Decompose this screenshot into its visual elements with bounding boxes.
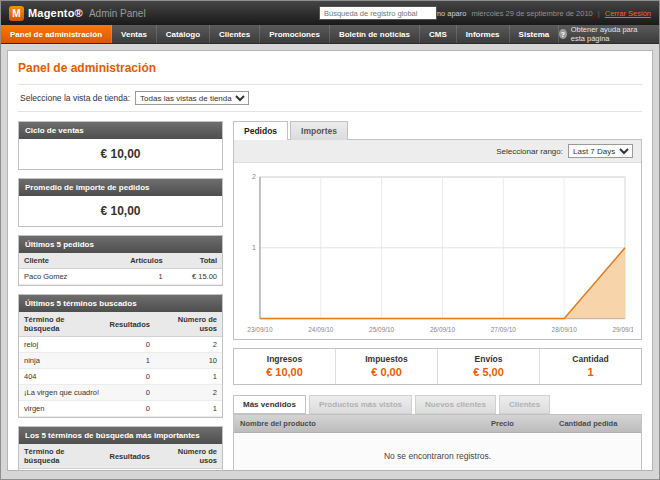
total-ingresos: Ingresos€ 10,00 [234,349,335,384]
column-header: Número de usos [155,312,222,337]
global-search-input[interactable] [319,6,437,20]
diagram-panel: Seleccionar rango: Last 7 Days 23/09/102… [233,139,642,340]
grid-tab-m-s-vendidos[interactable]: Más vendidos [233,395,306,414]
totals-bar: Ingresos€ 10,00Impuestos€ 0,00Envíos€ 5,… [233,348,642,385]
widget-title: Ciclo de ventas [19,122,222,139]
svg-text:29/09/10: 29/09/10 [612,326,633,333]
bestsellers-grid: Nombre del productoPrecioCantidad pedida… [233,414,642,471]
grid-tabs: Más vendidosProductos más vistosNuevos c… [233,395,642,414]
grid-tab-nuevos-clientes[interactable]: Nuevos clientes [415,395,496,414]
svg-text:24/09/10: 24/09/10 [308,326,334,333]
svg-text:26/09/10: 26/09/10 [430,326,456,333]
grid-header-row: Nombre del productoPrecioCantidad pedida [234,415,641,433]
dashboard-chart: 23/09/1024/09/1025/09/1026/09/1027/09/10… [234,163,641,339]
nav-item-sistema[interactable]: Sistema [510,25,560,43]
total-label: Cantidad [540,354,641,364]
grid-tab-clientes[interactable]: Clientes [499,395,550,414]
column-header: Resultados [105,312,155,337]
content-panel: Panel de administración Seleccione la vi… [7,50,653,471]
svg-text:23/09/10: 23/09/10 [247,326,273,333]
nav-item-cat-logo[interactable]: Catálogo [157,25,210,43]
widget-title: Promedio de importe de pedidos [19,179,222,196]
total-label: Ingresos [234,354,335,364]
table-row[interactable]: Paco Gomez1€ 15.00 [19,269,222,285]
help-icon: ? [559,29,566,39]
last-orders-widget: Últimos 5 pedidos ClienteArtículosTotalP… [18,235,223,286]
admin-page: M Magento® Admin Panel Accedió como apar… [0,0,660,480]
logo-text: Magento® [28,7,83,19]
grid-column-header[interactable]: Nombre del producto [234,415,485,432]
column-header: Cliente [19,253,102,269]
range-select[interactable]: Last 7 Days [568,144,633,158]
column-header: Término de búsqueda [19,312,105,337]
logout-link[interactable]: Cerrar Sesión [605,9,651,18]
nav-item-cms[interactable]: CMS [420,25,457,43]
total-value: 1 [540,366,641,378]
header-date: miércoles 29 de septiembre de 2010 [471,9,592,18]
total-impuestos: Impuestos€ 0,00 [335,349,437,384]
top-search-terms-table: Término de búsquedaResultadosNúmero de u… [19,444,222,471]
range-label: Seleccionar rango: [496,147,563,156]
store-view-select[interactable]: Todas las vistas de tienda [135,91,249,105]
nav-item-ventas[interactable]: Ventas [112,25,157,43]
widget-title: Los 5 términos de búsqueda más important… [19,427,222,444]
sidebar: Ciclo de ventas € 10,00 Promedio de impo… [18,121,223,471]
help-label: Obtener ayuda para esta página [571,25,651,43]
last-search-terms-widget: Últimos 5 términos buscados Término de b… [18,294,223,418]
logo-subtitle: Admin Panel [89,8,146,19]
total-value: € 0,00 [336,366,437,378]
store-view-row: Seleccione la vista de tienda: Todas las… [18,84,642,112]
range-bar: Seleccionar rango: Last 7 Days [234,140,641,163]
svg-text:27/09/10: 27/09/10 [491,326,517,333]
grid-tab-productos-m-s-vistos[interactable]: Productos más vistos [309,395,412,414]
table-row[interactable]: ninja110 [19,353,222,369]
nav-item-panel-de-administraci-n[interactable]: Panel de administración [1,25,112,43]
header: M Magento® Admin Panel Accedió como apar… [1,1,659,25]
nav-item-promociones[interactable]: Promociones [260,25,330,43]
magento-logo-icon: M [9,6,24,21]
last-search-terms-table: Término de búsquedaResultadosNúmero de u… [19,312,222,417]
nav-item-informes[interactable]: Informes [457,25,510,43]
total-label: Impuestos [336,354,437,364]
average-orders-widget: Promedio de importe de pedidos € 10,00 [18,178,223,227]
widget-title: Últimos 5 términos buscados [19,295,222,312]
nav-item-clientes[interactable]: Clientes [210,25,260,43]
top-search-terms-widget: Los 5 términos de búsqueda más important… [18,426,223,471]
widget-title: Últimos 5 pedidos [19,236,222,253]
tab-pedidos[interactable]: Pedidos [233,121,288,140]
lifetime-sales-value: € 10,00 [19,139,222,169]
total-env-os: Envíos€ 5,00 [437,349,539,384]
header-separator: | [598,9,600,18]
help-link[interactable]: ? Obtener ayuda para esta página [559,25,659,43]
page-title: Panel de administración [18,61,642,75]
table-row[interactable]: reloj02 [19,337,222,353]
total-value: € 10,00 [234,366,335,378]
table-row[interactable]: 40401 [19,369,222,385]
main-nav: Panel de administraciónVentasCatálogoCli… [1,25,559,43]
total-value: € 5,00 [438,366,539,378]
tab-importes[interactable]: Importes [290,121,348,140]
last-orders-table: ClienteArtículosTotalPaco Gomez1€ 15.00 [19,253,222,285]
table-row[interactable]: virgen01 [19,401,222,417]
main-nav-bar: Panel de administraciónVentasCatálogoCli… [1,25,659,44]
grid-column-header[interactable]: Cantidad pedida [553,415,641,432]
svg-text:28/09/10: 28/09/10 [552,326,578,333]
dashboard-main: PedidosImportes Seleccionar rango: Last … [233,121,642,471]
store-view-label: Seleccione la vista de tienda: [20,93,130,103]
column-header: Número de usos [155,444,222,469]
empty-message: No se encontraron registros. [234,433,641,471]
column-header: Resultados [105,444,155,469]
svg-text:1: 1 [252,244,256,251]
column-header: Total [168,253,222,269]
table-row[interactable]: ¡La virgen que cuadro!02 [19,385,222,401]
column-header: Término de búsqueda [19,444,105,469]
total-label: Envíos [438,354,539,364]
magento-logo: M Magento® Admin Panel [9,6,146,21]
svg-text:25/09/10: 25/09/10 [369,326,395,333]
lifetime-sales-widget: Ciclo de ventas € 10,00 [18,121,223,170]
column-header: Artículos [102,253,168,269]
nav-item-bolet-n-de-noticias[interactable]: Boletín de noticias [330,25,420,43]
table-row[interactable]: ninja110 [19,469,222,472]
diagram-tabs: PedidosImportes [233,121,642,140]
grid-column-header[interactable]: Precio [485,415,553,432]
